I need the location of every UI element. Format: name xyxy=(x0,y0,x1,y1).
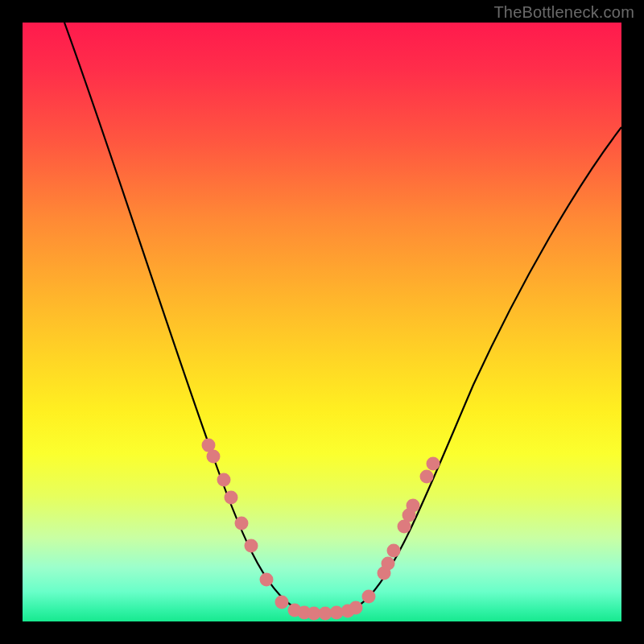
chart-frame: TheBottleneck.com xyxy=(0,0,644,644)
chart-plot-area xyxy=(23,23,621,621)
chart-background-gradient xyxy=(23,23,621,621)
attribution-text: TheBottleneck.com xyxy=(493,3,634,22)
